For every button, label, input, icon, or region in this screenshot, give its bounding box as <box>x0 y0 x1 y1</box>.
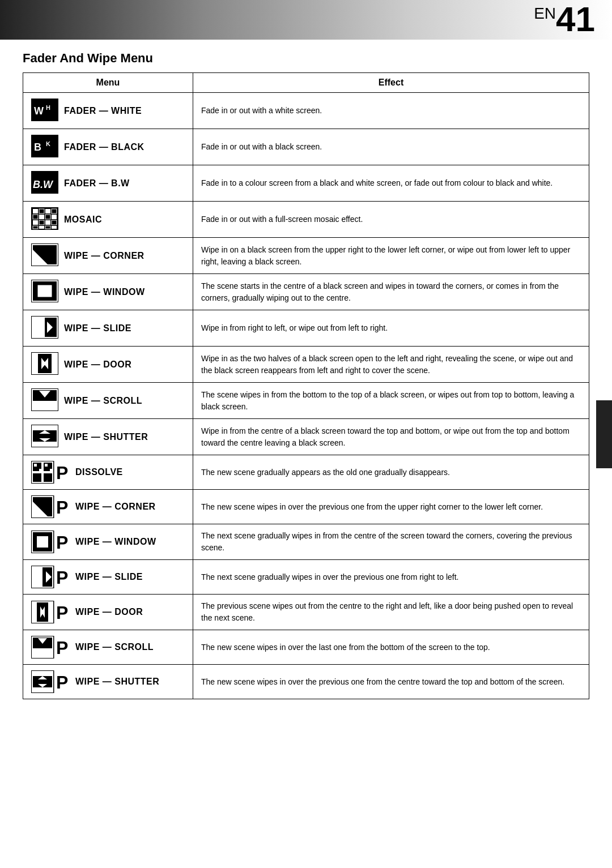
menu-cell: WIPE — DOOR <box>23 347 193 383</box>
svg-rect-89 <box>32 687 53 692</box>
svg-rect-23 <box>45 226 50 229</box>
page-number: EN41 <box>534 2 595 37</box>
col-effect-header: Effect <box>193 73 589 93</box>
table-row: WIPE — CORNERWipe in on a black screen f… <box>23 238 589 274</box>
fader-wipe-table: Menu Effect W H FADER — WHITEFade in or … <box>23 72 589 699</box>
effect-cell: Wipe in from the centre of a black scree… <box>193 419 589 455</box>
menu-cell: P WIPE — SHUTTER <box>23 665 193 699</box>
effect-cell: The next scene gradually wipes in from t… <box>193 524 589 560</box>
menu-label: WIPE — DOOR <box>75 607 143 617</box>
menu-label: WIPE — SLIDE <box>75 572 143 582</box>
menu-cell: W H FADER — WHITE <box>23 93 193 129</box>
menu-icon-p-wipe-scroll: P <box>31 636 70 659</box>
effect-cell: The new scene wipes in over the last one… <box>193 630 589 665</box>
menu-icon-p-wipe-corner: P <box>31 495 70 518</box>
svg-rect-56 <box>34 464 37 467</box>
menu-label: WIPE — SHUTTER <box>64 432 148 442</box>
menu-label: WIPE — SLIDE <box>64 323 131 333</box>
svg-rect-21 <box>33 226 38 229</box>
menu-icon-p-wipe-door: P <box>31 601 70 623</box>
menu-icon-p-wipe-window: P <box>31 531 70 553</box>
menu-icon-p-dissolve: P <box>31 461 70 484</box>
menu-label: DISSOLVE <box>75 467 123 477</box>
svg-rect-55 <box>43 473 53 482</box>
svg-rect-18 <box>39 220 44 225</box>
menu-icon-wipe-corner <box>31 243 58 268</box>
svg-text:P: P <box>56 463 68 483</box>
svg-rect-47 <box>32 426 57 430</box>
menu-icon-p-wipe-slide: P <box>31 566 70 588</box>
effect-cell: Wipe in on a black screen from the upper… <box>193 238 589 274</box>
menu-icon-wipe-shutter <box>31 425 58 449</box>
effect-cell: The scene starts in the centre of a blac… <box>193 274 589 310</box>
svg-rect-54 <box>32 473 42 482</box>
effect-cell: Fade in or out with a white screen. <box>193 93 589 129</box>
svg-rect-38 <box>52 353 57 374</box>
table-row: WIPE — SCROLLThe scene wipes in from the… <box>23 383 589 419</box>
menu-cell: MOSAIC <box>23 202 193 238</box>
svg-text:B: B <box>34 142 41 153</box>
menu-icon-wh: W H <box>31 99 58 123</box>
main-content: Fader And Wipe Menu Menu Effect W H FADE… <box>0 45 612 722</box>
table-row: B K FADER — BLACKFade in or out with a b… <box>23 129 589 165</box>
table-row: P WIPE — CORNERThe new scene wipes in ov… <box>23 490 589 524</box>
menu-label: WIPE — SHUTTER <box>75 677 159 687</box>
svg-text:P: P <box>56 602 68 623</box>
svg-rect-14 <box>39 215 44 219</box>
svg-rect-30 <box>38 285 52 297</box>
svg-rect-10 <box>39 209 44 213</box>
svg-rect-57 <box>39 469 42 472</box>
menu-cell: WIPE — SCROLL <box>23 383 193 419</box>
effect-cell: The scene wipes in from the bottom to th… <box>193 383 589 419</box>
menu-label: FADER — WHITE <box>64 106 142 116</box>
svg-text:P: P <box>56 532 68 553</box>
table-row: WIPE — SLIDEWipe in from right to left, … <box>23 310 589 347</box>
menu-icon-p-wipe-shutter: P <box>31 670 70 693</box>
menu-cell: P WIPE — SCROLL <box>23 630 193 665</box>
svg-rect-48 <box>32 442 57 446</box>
menu-label: WIPE — SCROLL <box>75 642 154 652</box>
table-row: W H FADER — WHITEFade in or out with a w… <box>23 93 589 129</box>
table-row: WIPE — WINDOWThe scene starts in the cen… <box>23 274 589 310</box>
svg-text:P: P <box>56 638 68 658</box>
table-row: P WIPE — DOORThe previous scene wipes ou… <box>23 595 589 630</box>
table-row: P WIPE — SLIDEThe next scene gradually w… <box>23 560 589 595</box>
table-row: WIPE — DOORWipe in as the two halves of … <box>23 347 589 383</box>
svg-text:P: P <box>56 567 68 588</box>
menu-label: WIPE — CORNER <box>75 502 156 512</box>
svg-rect-76 <box>32 602 37 622</box>
svg-rect-58 <box>45 464 48 467</box>
svg-text:P: P <box>56 497 68 518</box>
table-row: P WIPE — SHUTTERThe new scene wipes in o… <box>23 665 589 699</box>
svg-text:W: W <box>34 105 44 117</box>
table-row: P DISSOLVEThe new scene gradually appear… <box>23 455 589 490</box>
menu-cell: P WIPE — DOOR <box>23 595 193 630</box>
svg-text:K: K <box>46 140 50 147</box>
svg-rect-17 <box>33 220 38 225</box>
table-row: B.W FADER — B.WFade in to a colour scree… <box>23 165 589 202</box>
menu-cell: P WIPE — WINDOW <box>23 524 193 560</box>
effect-cell: The new scene gradually appears as the o… <box>193 455 589 490</box>
effect-cell: Wipe in as the two halves of a black scr… <box>193 347 589 383</box>
header-bar: EN41 <box>0 0 612 40</box>
svg-rect-77 <box>48 602 53 622</box>
menu-icon-bw: B.W <box>31 171 58 195</box>
table-row: MOSAICFade in or out with a full-screen … <box>23 202 589 238</box>
svg-rect-15 <box>45 215 50 219</box>
effect-cell: The new scene wipes in over the previous… <box>193 490 589 524</box>
menu-label: MOSAIC <box>64 215 102 225</box>
right-tab <box>596 400 612 468</box>
svg-rect-9 <box>33 209 38 213</box>
effect-cell: The new scene wipes in over the previous… <box>193 665 589 699</box>
menu-icon-wipe-door <box>31 352 58 377</box>
effect-cell: Fade in or out with a full-screen mosaic… <box>193 202 589 238</box>
menu-cell: B.W FADER — B.W <box>23 165 193 202</box>
svg-rect-19 <box>45 220 50 225</box>
menu-label: WIPE — CORNER <box>64 251 144 261</box>
svg-rect-43 <box>32 401 57 410</box>
menu-cell: B K FADER — BLACK <box>23 129 193 165</box>
effect-cell: The next scene gradually wipes in over t… <box>193 560 589 595</box>
menu-icon-wipe-window <box>31 280 58 304</box>
menu-label: WIPE — DOOR <box>64 360 131 370</box>
menu-cell: WIPE — CORNER <box>23 238 193 274</box>
